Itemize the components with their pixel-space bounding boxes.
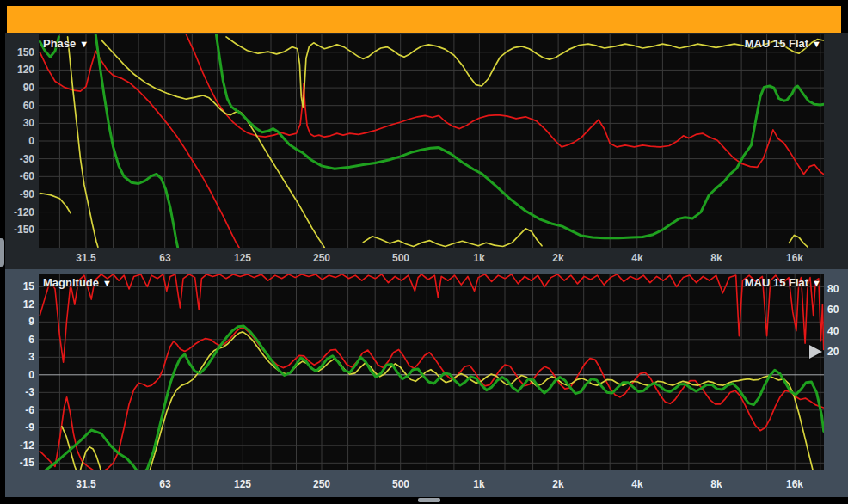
phase-trace-yellow: [226, 37, 824, 107]
magnitude-y-tick-label: 6: [5, 333, 34, 347]
dropdown-arrow-icon: ▼: [812, 39, 821, 49]
magnitude-y-tick-label: -3: [5, 385, 34, 399]
magnitude-y-tick-label: -12: [5, 439, 34, 452]
magnitude-y-tick-label: 3: [5, 350, 34, 364]
magnitude-x-tick-label: 250: [303, 477, 341, 491]
magnitude-trace-yellow: [62, 332, 817, 470]
phase-trace-yellow: [68, 37, 98, 247]
coherence-threshold-pointer[interactable]: [809, 345, 822, 359]
magnitude-x-tick-label: 8k: [697, 477, 735, 491]
phase-y-tick-label: -150: [5, 223, 34, 237]
phase-trace-green: [217, 35, 824, 238]
coherence-tick-label: 80: [827, 282, 848, 296]
magnitude-type-selector[interactable]: Magnitude▼: [43, 276, 112, 289]
title-bar[interactable]: [7, 6, 841, 33]
magnitude-plot[interactable]: [39, 274, 824, 470]
phase-trace-selector[interactable]: MAU 15 Flat▼: [745, 37, 821, 50]
phase-trace-yellow: [101, 40, 325, 247]
dropdown-arrow-icon: ▼: [812, 278, 821, 288]
coherence-tick-label: 40: [827, 324, 848, 338]
phase-y-tick-label: 60: [5, 99, 34, 113]
phase-x-tick-label: 8k: [697, 251, 735, 265]
magnitude-y-tick-label: -9: [5, 421, 34, 434]
phase-y-tick-label: 0: [5, 134, 34, 148]
magnitude-y-tick-label: -15: [5, 456, 34, 470]
magnitude-x-tick-label: 4k: [618, 477, 656, 491]
magnitude-x-tick-label: 125: [224, 477, 261, 491]
phase-trace-red: [40, 51, 239, 247]
coherence-tick-label: 20: [827, 345, 848, 359]
phase-x-tick-label: 31.5: [67, 251, 105, 265]
magnitude-y-tick-label: 15: [5, 280, 34, 293]
magnitude-x-tick-label: 1k: [460, 477, 498, 491]
magnitude-y-tick-label: 0: [5, 368, 34, 382]
magnitude-x-tick-label: 16k: [776, 477, 814, 491]
app-window: { "ui": { "titlebar": {"color": "#ffa414…: [0, 0, 848, 504]
dropdown-arrow-icon: ▼: [102, 278, 112, 288]
magnitude-x-tick-label: 63: [146, 477, 184, 491]
coherence-tick-label: 60: [827, 303, 848, 317]
phase-type-selector-label: Phase: [43, 37, 76, 50]
magnitude-trace-red: [40, 328, 823, 470]
magnitude-x-tick-label: 2k: [539, 477, 577, 491]
magnitude-trace-coherence: [40, 274, 823, 362]
bottom-scroll-handle[interactable]: [418, 498, 440, 502]
phase-y-tick-label: -30: [5, 152, 34, 166]
magnitude-x-tick-label: 500: [382, 477, 420, 491]
phase-y-tick-label: -120: [5, 206, 34, 219]
left-drawer-handle[interactable]: [0, 238, 4, 267]
phase-x-tick-label: 250: [303, 251, 341, 265]
magnitude-type-selector-label: Magnitude: [43, 276, 99, 289]
phase-y-tick-label: 90: [5, 81, 34, 95]
phase-trace-yellow: [363, 229, 542, 247]
phase-y-tick-label: 30: [5, 116, 34, 130]
phase-x-tick-label: 125: [224, 251, 261, 265]
phase-trace-yellow: [790, 235, 808, 247]
magnitude-y-tick-label: 12: [5, 298, 34, 311]
phase-trace-selector-label: MAU 15 Flat: [745, 37, 808, 50]
phase-trace-yellow: [40, 194, 71, 213]
phase-x-tick-label: 1k: [460, 251, 498, 265]
magnitude-y-tick-label: -6: [5, 403, 34, 417]
phase-y-tick-label: -60: [5, 169, 34, 183]
phase-y-tick-label: 120: [5, 63, 34, 77]
phase-x-tick-label: 4k: [618, 251, 656, 265]
phase-y-tick-label: -90: [5, 187, 34, 201]
phase-grid: [39, 34, 824, 248]
magnitude-trace-selector-label: MAU 15 Flat: [745, 276, 808, 289]
phase-y-tick-label: 150: [5, 46, 34, 59]
phase-x-tick-label: 2k: [539, 251, 577, 265]
phase-x-tick-label: 63: [146, 251, 184, 265]
dropdown-arrow-icon: ▼: [79, 39, 89, 49]
phase-x-tick-label: 500: [382, 251, 420, 265]
phase-type-selector[interactable]: Phase▼: [43, 37, 89, 50]
phase-x-tick-label: 16k: [776, 251, 814, 265]
phase-plot[interactable]: [39, 34, 824, 248]
magnitude-trace-selector[interactable]: MAU 15 Flat▼: [745, 276, 821, 289]
magnitude-trace-green: [40, 326, 823, 470]
magnitude-y-tick-label: 9: [5, 315, 34, 329]
magnitude-x-tick-label: 31.5: [67, 477, 105, 491]
